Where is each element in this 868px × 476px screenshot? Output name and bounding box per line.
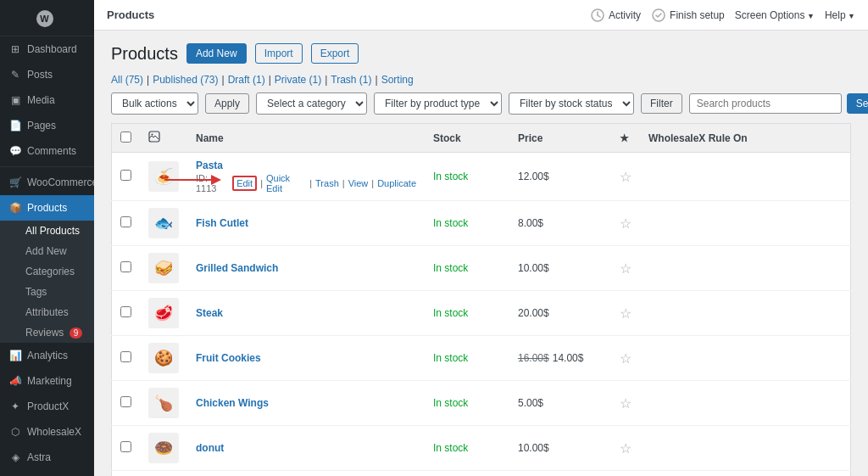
sidebar-item-categories[interactable]: Categories	[8, 261, 94, 282]
main-content: Products Activity Finish setup Screen Op…	[94, 0, 868, 476]
filter-trash[interactable]: Trash (1)	[331, 74, 371, 86]
add-new-button[interactable]: Add New	[186, 43, 247, 64]
sidebar-item-label: Dashboard	[27, 43, 77, 55]
stock-header[interactable]: Stock	[425, 124, 509, 153]
filter-all[interactable]: All (75)	[111, 74, 143, 86]
sidebar-item-marketing[interactable]: 📣 Marketing	[0, 368, 94, 394]
star-icon[interactable]: ☆	[620, 216, 632, 231]
price-header[interactable]: Price	[509, 124, 611, 153]
product-action-quick-edit[interactable]: Quick Edit	[266, 173, 306, 193]
star-icon[interactable]: ☆	[620, 170, 632, 184]
product-action-edit[interactable]: Edit	[232, 176, 257, 191]
product-name[interactable]: Pasta	[196, 160, 416, 171]
product-stock: In stock	[425, 246, 509, 291]
search-input[interactable]	[689, 93, 842, 114]
table-row: 🍗Chicken WingsIn stock5.00$☆	[112, 381, 851, 426]
sidebar-item-label: Marketing	[27, 375, 72, 387]
star-icon[interactable]: ☆	[620, 441, 632, 456]
star-icon[interactable]: ☆	[620, 396, 632, 411]
filter-published[interactable]: Published (73)	[153, 74, 218, 86]
select-all-checkbox[interactable]	[120, 132, 131, 143]
finish-setup-button[interactable]: Finish setup	[651, 8, 725, 23]
sidebar-item-woocommerce[interactable]: 🛒 WooCommerce	[0, 170, 94, 195]
product-name[interactable]: donut	[196, 442, 416, 454]
table-row: 🥩SteakIn stock20.00$☆	[112, 291, 851, 336]
analytics-icon: 📊	[8, 349, 22, 362]
sidebar-item-media[interactable]: ▣ Media	[0, 87, 94, 113]
sidebar-item-posts[interactable]: ✎ Posts	[0, 62, 94, 87]
reviews-badge: 9	[70, 328, 83, 339]
screen-options-button[interactable]: Screen Options	[735, 9, 815, 21]
sidebar-item-analytics[interactable]: 📊 Analytics	[0, 343, 94, 368]
product-star[interactable]: ☆	[611, 381, 640, 426]
sidebar-item-tags[interactable]: Tags	[8, 282, 94, 302]
category-select[interactable]: Select a category	[256, 92, 367, 115]
product-star[interactable]: ☆	[611, 153, 640, 201]
product-price: 9.00$	[509, 471, 611, 477]
product-name[interactable]: Steak	[196, 307, 416, 319]
sidebar-item-wholesalex[interactable]: ⬡ WholesaleX	[0, 419, 94, 445]
star-icon[interactable]: ☆	[620, 351, 632, 366]
filter-sorting[interactable]: Sorting	[381, 74, 414, 86]
product-action-trash[interactable]: Trash	[315, 178, 339, 188]
product-wholesale	[640, 153, 851, 201]
topbar-left: Products	[107, 8, 154, 21]
price-old: 16.00$	[518, 352, 549, 364]
product-star[interactable]: ☆	[611, 336, 640, 381]
row-checkbox[interactable]	[120, 351, 131, 362]
sidebar-item-label: Posts	[27, 69, 53, 81]
select-all-header[interactable]	[112, 124, 141, 153]
product-stock: In stock	[425, 291, 509, 336]
star-icon[interactable]: ☆	[620, 306, 632, 321]
product-price: 8.00$	[509, 201, 611, 246]
sidebar-item-comments[interactable]: 💬 Comments	[0, 138, 94, 164]
row-checkbox[interactable]	[120, 261, 131, 272]
row-checkbox[interactable]	[120, 306, 131, 317]
product-star[interactable]: ☆	[611, 201, 640, 246]
product-name[interactable]: Chicken Wings	[196, 397, 416, 409]
product-price: 5.00$	[509, 381, 611, 426]
filter-button[interactable]: Filter	[641, 93, 682, 114]
row-checkbox[interactable]	[120, 216, 131, 227]
sidebar-item-add-new[interactable]: Add New	[8, 241, 94, 261]
astra-icon: ◈	[8, 451, 22, 464]
actions-row: Bulk actions Apply Select a category Fil…	[111, 92, 851, 115]
product-action-duplicate[interactable]: Duplicate	[377, 178, 416, 188]
sidebar-item-products[interactable]: 📦 Products	[0, 195, 94, 221]
bulk-actions-select[interactable]: Bulk actions	[111, 92, 198, 115]
search-button[interactable]: Search products	[847, 93, 868, 114]
sidebar-item-reviews[interactable]: Reviews 9	[8, 322, 94, 343]
sidebar-item-productx[interactable]: ✦ ProductX	[0, 394, 94, 419]
product-star[interactable]: ☆	[611, 291, 640, 336]
apply-button[interactable]: Apply	[205, 93, 249, 114]
export-button[interactable]: Export	[311, 43, 359, 64]
finish-setup-icon	[651, 8, 666, 23]
product-action-view[interactable]: View	[348, 178, 369, 188]
row-checkbox[interactable]	[120, 396, 131, 407]
product-name[interactable]: Fruit Cookies	[196, 352, 416, 364]
star-icon[interactable]: ☆	[620, 261, 632, 276]
product-star[interactable]: ☆	[611, 246, 640, 291]
sidebar-item-pages[interactable]: 📄 Pages	[0, 113, 94, 138]
sidebar-item-appearance[interactable]: 🎨 Appearance	[0, 470, 94, 476]
name-header[interactable]: Name	[187, 124, 425, 153]
sidebar-item-astra[interactable]: ◈ Astra	[0, 445, 94, 470]
filter-draft[interactable]: Draft (1)	[228, 74, 265, 86]
filter-private[interactable]: Private (1)	[275, 74, 321, 86]
sidebar-item-all-products[interactable]: All Products	[8, 221, 94, 241]
product-name[interactable]: Grilled Sandwich	[196, 262, 416, 274]
stock-status-select[interactable]: Filter by stock status	[509, 92, 634, 115]
row-checkbox[interactable]	[120, 441, 131, 452]
product-star[interactable]: ☆	[611, 471, 640, 477]
sidebar-item-label: Analytics	[27, 350, 68, 361]
product-wholesale	[640, 336, 851, 381]
import-button[interactable]: Import	[255, 43, 303, 64]
activity-button[interactable]: Activity	[590, 8, 641, 23]
product-star[interactable]: ☆	[611, 426, 640, 471]
sidebar-item-attributes[interactable]: Attributes	[8, 302, 94, 322]
sidebar-item-dashboard[interactable]: ⊞ Dashboard	[0, 36, 94, 62]
product-name[interactable]: Fish Cutlet	[196, 217, 416, 229]
product-type-select[interactable]: Filter by product type	[374, 92, 502, 115]
row-checkbox[interactable]	[120, 170, 131, 181]
help-button[interactable]: Help	[825, 9, 855, 21]
